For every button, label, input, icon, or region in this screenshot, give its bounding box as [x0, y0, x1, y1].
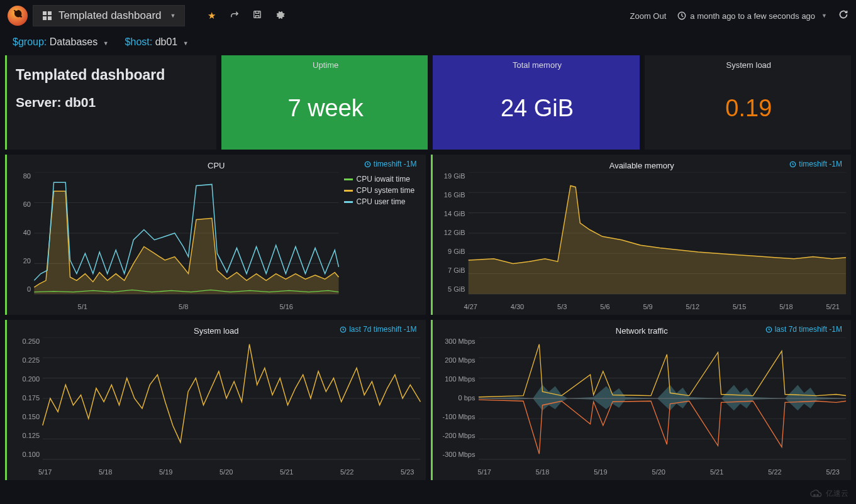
topbar-right: Zoom Out a month ago to a few seconds ag… — [630, 9, 848, 22]
stat-total-memory[interactable]: Total memory 24 GiB — [433, 55, 639, 150]
var-group[interactable]: $group: Databases ▼ — [13, 36, 109, 48]
legend-item[interactable]: CPU iowait time — [344, 175, 420, 184]
topbar-actions: ★ — [208, 10, 285, 21]
mem-yaxis: 19 GiB16 GiB14 GiB12 GiB9 GiB7 GiB5 GiB — [438, 172, 468, 293]
cpu-plot[interactable]: 806040200 5/15/85/16 — [12, 172, 339, 304]
time-range-picker[interactable]: a month ago to a few seconds ago ▼ — [677, 11, 827, 21]
stat-memory-value: 24 GiB — [501, 95, 574, 122]
net-xaxis: 5/175/185/195/205/215/225/23 — [438, 468, 847, 476]
stat-system-load[interactable]: System load 0.19 — [645, 55, 851, 150]
load-plot[interactable]: 0.2500.2250.2000.1750.1500.1250.100 5/17… — [12, 337, 421, 469]
svg-rect-0 — [43, 11, 47, 15]
stat-load-title: System load — [726, 60, 772, 70]
panel-cpu-timeshift: timeshift -1M — [364, 160, 417, 168]
chevron-down-icon: ▼ — [170, 13, 176, 19]
var-host[interactable]: $host: db01 ▼ — [125, 36, 189, 48]
panel-available-memory[interactable]: Available memory timeshift -1M 19 GiB16 … — [431, 155, 852, 315]
panel-load-title: System load — [194, 326, 239, 336]
row-stats: Templated dashboard Server: db01 Uptime … — [0, 55, 856, 150]
svg-rect-2 — [43, 16, 47, 20]
svg-point-37 — [814, 494, 816, 496]
dashboard-name: Templated dashboard — [58, 9, 162, 22]
stat-load-value: 0.19 — [725, 95, 772, 122]
title-panel: Templated dashboard Server: db01 — [5, 55, 216, 150]
save-icon[interactable] — [253, 10, 262, 21]
svg-rect-3 — [48, 16, 52, 20]
svg-rect-1 — [48, 11, 52, 15]
row-graphs-1: CPU timeshift -1M 806040200 — [0, 155, 856, 315]
template-variable-bar: $group: Databases ▼ $host: db01 ▼ — [0, 31, 856, 55]
page-title: Templated dashboard — [16, 67, 208, 84]
refresh-icon[interactable] — [838, 9, 848, 22]
clock-icon — [765, 326, 772, 333]
panel-net-timeshift: last 7d timeshift -1M — [765, 325, 842, 334]
net-yaxis: 300 Mbps200 Mbps100 Mbps0 bps-100 Mbps-2… — [438, 337, 478, 458]
grid-icon — [42, 11, 52, 21]
panel-mem-timeshift: timeshift -1M — [789, 160, 842, 168]
stat-uptime[interactable]: Uptime 7 week — [221, 55, 428, 150]
watermark: 亿速云 — [809, 488, 848, 499]
server-subtitle: Server: db01 — [16, 95, 208, 110]
legend-item[interactable]: CPU user time — [344, 197, 420, 206]
legend-item[interactable]: CPU system time — [344, 186, 420, 195]
load-yaxis: 0.2500.2250.2000.1750.1500.1250.100 — [12, 337, 42, 458]
clock-icon — [340, 326, 347, 333]
stat-uptime-value: 7 week — [287, 95, 363, 122]
share-icon[interactable] — [230, 10, 239, 21]
var-host-label: $host: — [125, 36, 153, 47]
dashboard-picker[interactable]: Templated dashboard ▼ — [33, 5, 185, 26]
svg-point-38 — [817, 494, 819, 496]
panel-mem-title: Available memory — [609, 161, 674, 170]
zoom-out-button[interactable]: Zoom Out — [630, 11, 667, 21]
grafana-logo-icon[interactable] — [8, 6, 28, 26]
stat-memory-title: Total memory — [513, 60, 562, 70]
clock-icon — [364, 161, 371, 168]
topbar: Templated dashboard ▼ ★ Zoom Out a month… — [0, 0, 856, 31]
row-graphs-2: System load last 7d timeshift -1M 0.2500… — [0, 320, 856, 480]
panel-cpu[interactable]: CPU timeshift -1M 806040200 — [5, 155, 426, 315]
star-icon[interactable]: ★ — [208, 10, 216, 21]
panel-cpu-title: CPU — [208, 161, 225, 170]
var-group-label: $group: — [13, 36, 47, 47]
net-plot[interactable]: 300 Mbps200 Mbps100 Mbps0 bps-100 Mbps-2… — [438, 337, 847, 469]
clock-icon — [789, 161, 796, 168]
chevron-down-icon: ▼ — [821, 13, 827, 19]
time-range-label: a month ago to a few seconds ago — [690, 11, 815, 21]
panel-net-title: Network traffic — [616, 326, 668, 336]
cpu-yaxis: 806040200 — [12, 172, 33, 293]
clock-icon — [677, 11, 686, 20]
gear-icon[interactable] — [275, 10, 285, 21]
svg-rect-4 — [254, 11, 261, 18]
cpu-legend: CPU iowait time CPU system time CPU user… — [339, 172, 421, 304]
var-group-value: Databases ▼ — [50, 36, 109, 47]
panel-network-traffic[interactable]: Network traffic last 7d timeshift -1M 30… — [431, 320, 852, 480]
var-host-value: db01 ▼ — [155, 36, 189, 47]
cloud-icon — [809, 490, 823, 498]
panel-system-load[interactable]: System load last 7d timeshift -1M 0.2500… — [5, 320, 426, 480]
mem-xaxis: 4/274/305/35/65/95/125/155/185/21 — [438, 303, 847, 310]
mem-plot[interactable]: 19 GiB16 GiB14 GiB12 GiB9 GiB7 GiB5 GiB … — [438, 172, 847, 304]
stat-uptime-title: Uptime — [313, 60, 338, 70]
cpu-xaxis: 5/15/85/16 — [12, 303, 339, 310]
load-xaxis: 5/175/185/195/205/215/225/23 — [12, 468, 421, 476]
panel-load-timeshift: last 7d timeshift -1M — [340, 325, 416, 334]
